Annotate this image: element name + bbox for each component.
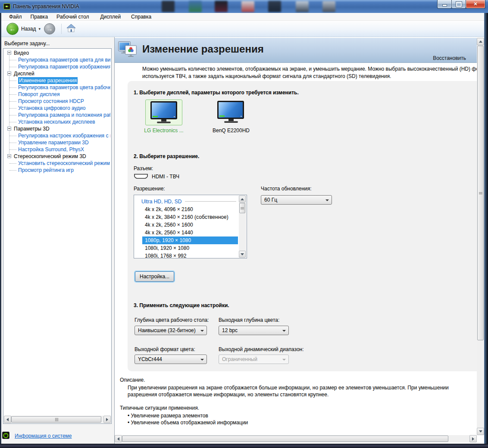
tree-item-setup-stereo[interactable]: Установить стереоскопический режим 3D <box>3 160 110 167</box>
scrollbar-thumb[interactable] <box>239 203 245 213</box>
menu-help[interactable]: Справка <box>127 13 156 21</box>
home-icon[interactable] <box>66 23 76 34</box>
thumb-grip <box>55 418 58 421</box>
tree-item-hdcp-status[interactable]: Просмотр состояния HDCP <box>3 98 110 105</box>
tree-item-adjust-desktop-color[interactable]: Регулировка параметров цвета рабочего ст… <box>3 84 110 91</box>
menu-file[interactable]: Файл <box>5 13 26 21</box>
menu-edit[interactable]: Правка <box>26 13 53 21</box>
scroll-up-button[interactable] <box>239 196 246 202</box>
scroll-down-button[interactable] <box>477 428 484 435</box>
display-name-lg[interactable]: LG Electronics ... <box>136 128 192 134</box>
usage-bullet-1: Увеличение размера элементов <box>128 413 208 419</box>
back-label: Назад <box>21 26 36 32</box>
resolution-item[interactable]: 1080i, 1920 × 1080 <box>134 244 247 252</box>
restore-link[interactable]: Восстановить <box>433 55 466 61</box>
scroll-left-button[interactable] <box>4 416 11 423</box>
minimize-button[interactable] <box>437 0 452 9</box>
chevron-down-icon <box>282 359 286 361</box>
connector-label: Разъем: <box>134 165 153 171</box>
monitor-led <box>174 116 175 117</box>
monitor-screen <box>219 102 243 118</box>
scroll-down-icon <box>241 253 244 255</box>
titlebar[interactable]: Панель управления NVIDIA ✕ <box>0 0 488 13</box>
system-info-icon <box>2 432 9 440</box>
tree-item-multiple-displays[interactable]: Установка нескольких дисплеев <box>3 118 110 125</box>
display-tile-lg[interactable] <box>145 100 182 125</box>
tree-item-rotate-display[interactable]: Поворот дисплея <box>3 91 110 98</box>
tree-item-manage-3d[interactable]: Управление параметрами 3D <box>3 139 110 146</box>
close-icon: ✕ <box>473 1 477 7</box>
tree-item-game-rating[interactable]: Просмотр рейтинга игр <box>3 167 110 174</box>
maximize-button[interactable] <box>451 0 466 9</box>
page-header: Изменение разрешения Восстановить <box>115 38 477 63</box>
tree-item-adjust-video-color[interactable]: Регулировка параметров цвета для видео <box>3 56 110 63</box>
resolution-item[interactable]: 1080i, 1768 × 992 <box>134 252 247 258</box>
task-tree: Видео Регулировка параметров цвета для в… <box>3 48 112 424</box>
back-history-caret-icon[interactable]: ▾ <box>38 27 41 31</box>
resolution-item[interactable]: 4k x 2k, 3840 × 2160 (собственное) <box>134 213 247 221</box>
scroll-up-button[interactable] <box>477 38 484 45</box>
monitor-taskbar-stripe <box>153 116 158 117</box>
toolbar: ← Назад ▾ → <box>1 21 484 37</box>
glass-blur-thumbnail <box>189 1 202 12</box>
window-title: Панель управления NVIDIA <box>13 3 79 9</box>
resolution-item[interactable]: 4k x 2k, 2560 × 1440 <box>134 229 247 236</box>
scrollbar-thumb[interactable] <box>122 436 448 442</box>
scroll-down-icon <box>479 430 482 432</box>
close-button[interactable]: ✕ <box>466 0 485 9</box>
scroll-right-button[interactable] <box>103 416 111 423</box>
scroll-down-button[interactable] <box>239 251 246 258</box>
scroll-right-button[interactable] <box>469 435 477 442</box>
collapse-icon[interactable] <box>7 127 11 131</box>
tree-horizontal-scrollbar[interactable] <box>4 416 111 423</box>
forward-button[interactable]: → <box>44 23 55 34</box>
resolution-item-selected[interactable]: 1080p, 1920 × 1080 <box>134 236 247 244</box>
output-color-format-label: Выходной формат цвета: <box>135 346 195 352</box>
monitor-base <box>224 121 238 123</box>
resolution-item[interactable]: 4k x 2k, 4096 × 2160 <box>134 205 247 213</box>
tree-item-adjust-video-image[interactable]: Регулировка параметров изображения для в… <box>3 63 110 70</box>
tree-group-video[interactable]: Видео <box>3 50 110 56</box>
scrollbar-thumb[interactable] <box>477 46 484 340</box>
tree-item-image-settings-preview[interactable]: Регулировка настроек изображения с просм… <box>3 132 110 139</box>
output-dynamic-range-label: Выходной динамический диапазон: <box>219 346 304 352</box>
forward-arrow-icon: → <box>46 25 53 32</box>
output-color-format-select[interactable]: YCbCr444 <box>135 355 207 364</box>
customize-button[interactable]: Настройка... <box>135 271 174 282</box>
scrollbar-thumb[interactable] <box>11 416 101 423</box>
resolution-listbox[interactable]: Ultra HD, HD, SD 4k x 2k, 4096 × 2160 4k… <box>134 195 247 258</box>
tree-item-change-resolution[interactable]: Изменение разрешения <box>3 77 110 84</box>
main-vertical-scrollbar[interactable] <box>477 38 484 435</box>
section1-heading: 1. Выберите дисплей, параметры которого … <box>134 90 299 96</box>
desktop-color-depth-select[interactable]: Наивысшее (32-битное) <box>135 326 207 335</box>
scroll-left-button[interactable] <box>115 435 122 442</box>
section2-heading: 2. Выберите разрешение. <box>134 153 199 159</box>
collapse-icon[interactable] <box>7 72 11 75</box>
back-button[interactable]: ← <box>6 23 19 35</box>
glass-blur-thumbnail <box>215 1 228 12</box>
display-name-benq[interactable]: BenQ E2200HD <box>203 128 259 134</box>
connector-value: HDMI - ТВЧ <box>152 174 179 180</box>
tree-item-surround-physx[interactable]: Настройка Surround, PhysX <box>3 146 110 153</box>
tree-item-desktop-size-position[interactable]: Регулировка размера и положения рабочего… <box>3 112 110 118</box>
collapse-icon[interactable] <box>7 154 11 158</box>
chevron-down-icon <box>200 359 204 361</box>
resolution-item[interactable]: 4k x 2k, 2560 × 1600 <box>134 221 247 229</box>
refresh-rate-select[interactable]: 60 Гц <box>261 195 332 205</box>
tree-group-stereo-3d[interactable]: Стереоскопический режим 3D <box>3 153 110 160</box>
tree-group-3d-settings[interactable]: Параметры 3D <box>3 125 110 132</box>
scroll-up-icon <box>241 198 244 200</box>
tree-group-display[interactable]: Дисплей <box>3 70 110 77</box>
output-color-depth-select[interactable]: 12 bpc <box>219 326 289 335</box>
thumb-grip <box>479 192 482 194</box>
group-header-rule <box>185 201 236 202</box>
list-vertical-scrollbar[interactable] <box>239 196 246 258</box>
tree-item-digital-audio[interactable]: Установка цифрового аудио <box>3 105 110 112</box>
menu-desktop[interactable]: Рабочий стол <box>52 13 93 21</box>
main-horizontal-scrollbar[interactable] <box>115 435 477 442</box>
scroll-right-icon <box>106 418 108 421</box>
menu-display[interactable]: Дисплей <box>96 13 125 21</box>
display-tile-benq[interactable] <box>213 100 250 125</box>
system-info-link[interactable]: Информация о системе <box>15 433 72 439</box>
collapse-icon[interactable] <box>7 51 11 55</box>
